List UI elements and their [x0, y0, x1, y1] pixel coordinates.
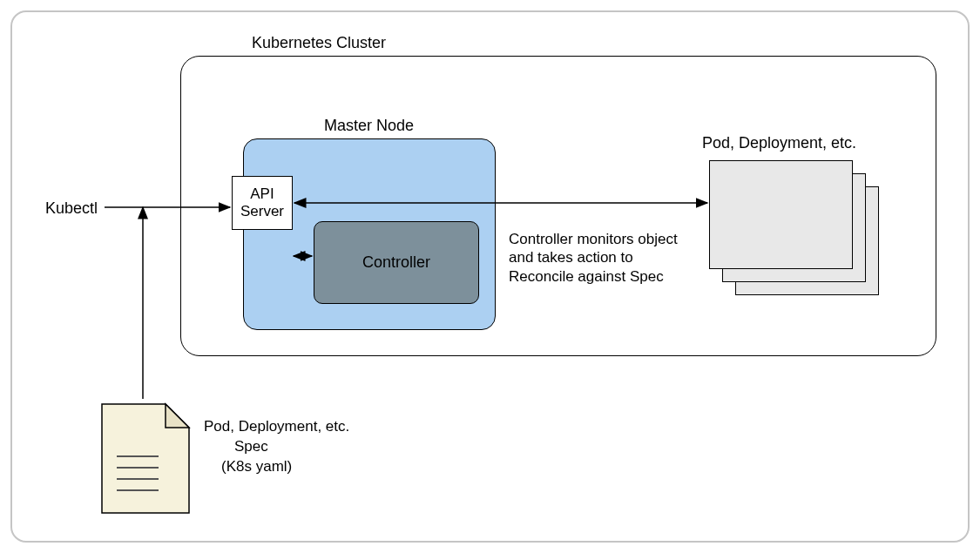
spec-line3: (K8s yaml): [204, 457, 349, 477]
api-server-box: API Server: [232, 176, 293, 230]
master-node-title: Master Node: [324, 117, 414, 135]
outer-frame: Kubectl Kubernetes Cluster Master Node A…: [10, 10, 970, 543]
controller-description: Controller monitors object and takes act…: [509, 230, 692, 286]
spec-line1: Pod, Deployment, etc.: [204, 417, 349, 437]
api-server-label: API Server: [240, 185, 284, 221]
pod-rect-1: [709, 160, 853, 269]
kubectl-label: Kubectl: [45, 199, 98, 218]
spec-file-icon: [98, 400, 193, 521]
cluster-title: Kubernetes Cluster: [252, 34, 386, 52]
spec-file-label: Pod, Deployment, etc. Spec (K8s yaml): [204, 417, 349, 477]
spec-line2: Spec: [204, 437, 349, 457]
controller-label: Controller: [362, 253, 430, 272]
pod-stack-title: Pod, Deployment, etc.: [702, 134, 856, 152]
controller-box: Controller: [314, 221, 479, 304]
svg-marker-1: [166, 404, 189, 428]
kubernetes-diagram: Kubectl Kubernetes Cluster Master Node A…: [12, 12, 968, 541]
